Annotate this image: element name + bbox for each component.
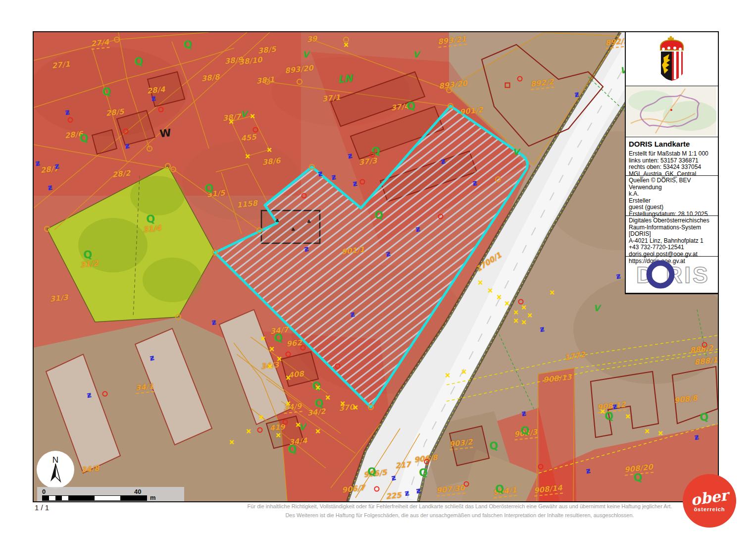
- dot-map-symbol-icon: [370, 152, 375, 158]
- overview-map-section: [626, 86, 718, 137]
- x-map-symbol-icon: ×: [250, 112, 255, 120]
- parcel-label: 38/10: [239, 55, 263, 67]
- o-map-symbol-icon: [368, 404, 374, 410]
- info-panel: DORIS Landkarte Erstellt für Maßstab M 1…: [625, 31, 719, 294]
- q-map-symbol-icon: Q: [494, 482, 504, 495]
- dot-map-symbol-icon: [283, 420, 288, 425]
- address-section: Digitales Oberösterreichisches Raum-Info…: [626, 216, 718, 257]
- q-map-symbol-icon: Q: [313, 397, 324, 410]
- dot-map-symbol-icon: [424, 459, 430, 465]
- sq-map-symbol-icon: [505, 83, 510, 88]
- meta-scale: Erstellt für Maßstab M 1:1 000: [629, 151, 715, 158]
- x-map-symbol-icon: ×: [657, 429, 663, 437]
- o-map-symbol-icon: [343, 37, 349, 43]
- parcel-label: LN: [337, 72, 353, 86]
- x-map-symbol-icon: ×: [445, 371, 451, 379]
- x-map-symbol-icon: ×: [625, 412, 631, 420]
- parcel-label: 908/8: [674, 394, 698, 405]
- parcel-label: 38/5: [257, 45, 276, 55]
- x-map-symbol-icon: ×: [228, 117, 234, 125]
- q-map-symbol-icon: Q: [405, 100, 416, 112]
- z-map-symbol-icon: ƶ: [539, 324, 545, 334]
- parcel-label: 28/4: [147, 85, 165, 96]
- z-map-symbol-icon: ƶ: [472, 178, 478, 188]
- v-map-symbol-icon: V: [512, 147, 519, 157]
- q-map-symbol-icon: Q: [699, 411, 709, 424]
- x-map-symbol-icon: ×: [644, 427, 650, 435]
- parcel-label: 217: [395, 460, 411, 470]
- q-map-symbol-icon: Q: [418, 466, 428, 479]
- parcel-label: 1700/1: [474, 251, 503, 274]
- o-map-symbol-icon: [212, 250, 218, 256]
- z-map-symbol-icon: ƶ: [350, 309, 355, 319]
- o-map-symbol-icon: [448, 103, 454, 109]
- x-map-symbol-icon: ×: [340, 399, 346, 407]
- dot-map-symbol-icon: [286, 352, 291, 357]
- parcel-label: 1772: [564, 350, 586, 363]
- q-map-symbol-icon: Q: [133, 55, 144, 68]
- x-map-symbol-icon: ×: [258, 413, 264, 421]
- source-line: Quellen © DORIS, BEV: [629, 177, 715, 184]
- z-map-symbol-icon: ƶ: [574, 89, 580, 99]
- z-map-symbol-icon: ƶ: [47, 182, 53, 192]
- x-map-symbol-icon: ×: [275, 431, 281, 439]
- x-map-symbol-icon: ×: [245, 152, 251, 160]
- x-map-symbol-icon: ×: [285, 399, 291, 407]
- creator-label: Ersteller: [629, 198, 715, 205]
- x-map-symbol-icon: ×: [487, 286, 493, 294]
- x-map-symbol-icon: ×: [295, 421, 301, 428]
- source-section: Quellen © DORIS, BEV Verwendung k.A. Ers…: [626, 176, 718, 216]
- org-phone: +43 732-7720-12541: [629, 244, 715, 251]
- map-meta-section: DORIS Landkarte Erstellt für Maßstab M 1…: [626, 137, 718, 176]
- org-line2: Raum-Informations-System [DORIS]: [629, 224, 715, 238]
- z-map-symbol-icon: ƶ: [404, 488, 410, 498]
- clv-map-symbol-icon: ♣: [307, 219, 311, 224]
- parcel-label: 31/4: [143, 223, 161, 234]
- q-map-symbol-icon: Q: [488, 439, 499, 452]
- parcel-label: 455: [240, 132, 256, 143]
- parcel-label: 901/1: [341, 245, 365, 257]
- x-map-symbol-icon: ×: [496, 293, 502, 301]
- parcel-label: W: [159, 127, 172, 140]
- z-map-symbol-icon: ƶ: [615, 271, 621, 281]
- parcel-labels-layer: 27/427/138/538/938/1038/839893/2038/1893…: [34, 32, 718, 501]
- q-map-symbol-icon: Q: [182, 38, 193, 51]
- north-label-glyph: N: [52, 455, 58, 465]
- map-canvas[interactable]: 27/427/138/538/938/1038/839893/2038/1893…: [33, 31, 719, 502]
- clv-map-symbol-icon: ♣: [275, 218, 280, 223]
- o-map-symbol-icon: [44, 226, 50, 232]
- parcel-label: 28/5: [105, 107, 124, 118]
- dot-map-symbol-icon: [301, 345, 306, 351]
- q-map-symbol-icon: Q: [373, 209, 384, 221]
- dot-map-symbol-icon: [253, 127, 258, 133]
- o-map-symbol-icon: [147, 146, 152, 152]
- q-map-symbol-icon: Q: [78, 132, 89, 145]
- panel-title: DORIS Landkarte: [629, 140, 715, 148]
- parcel-label: 893/20: [438, 79, 467, 91]
- dot-map-symbol-icon: [123, 129, 129, 134]
- z-map-symbol-icon: ƶ: [347, 151, 353, 160]
- v-map-symbol-icon: V: [302, 50, 308, 59]
- q-map-symbol-icon: Q: [273, 331, 283, 344]
- q-map-symbol-icon: Q: [82, 248, 93, 261]
- q-map-symbol-icon: Q: [287, 443, 297, 456]
- creator-value: guest (guest): [629, 204, 715, 211]
- v-map-symbol-icon: V: [412, 50, 419, 59]
- x-map-symbol-icon: ×: [504, 299, 510, 307]
- x-map-symbol-icon: ×: [521, 303, 527, 311]
- z-map-symbol-icon: ƶ: [303, 244, 309, 254]
- parcel-label: 903/2: [449, 437, 473, 450]
- z-map-symbol-icon: ƶ: [64, 107, 70, 117]
- usage-label: Verwendung: [629, 184, 715, 191]
- q-map-symbol-icon: Q: [519, 424, 530, 437]
- meta-lower-left: links unten: 53157 336871: [629, 158, 715, 164]
- parcel-label: 888/1: [694, 356, 718, 367]
- x-map-symbol-icon: ×: [549, 288, 555, 296]
- disclaimer-line2: Des Weiteren ist die Haftung für Folgesc…: [163, 511, 756, 520]
- x-map-symbol-icon: ×: [260, 334, 266, 342]
- north-arrow: N: [37, 451, 74, 488]
- v-map-symbol-icon: V: [593, 303, 600, 313]
- scale-end: 40: [134, 488, 141, 495]
- dot-map-symbol-icon: [257, 428, 263, 433]
- parcel-label: 892/2: [530, 77, 554, 90]
